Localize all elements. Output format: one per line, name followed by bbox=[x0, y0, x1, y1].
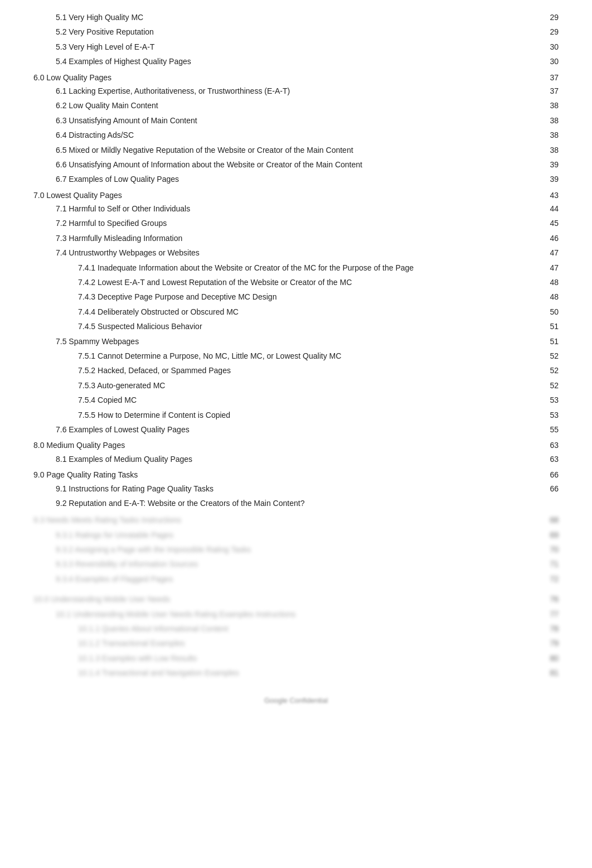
toc-entry-6-3: 6.3 Unsatisfying Amount of Main Content … bbox=[33, 114, 559, 127]
toc-entry-6-5: 6.5 Mixed or Mildly Negative Reputation … bbox=[33, 144, 559, 156]
toc-entry-7-4: 7.4 Untrustworthy Webpages or Websites 4… bbox=[33, 247, 559, 259]
blurred-entry-10-1: 10.1 Understanding Mobile User Needs Rat… bbox=[33, 608, 559, 620]
toc-entry-7-1: 7.1 Harmful to Self or Other Individuals… bbox=[33, 202, 559, 215]
blurred-entry-10-1-4: 10.1.4 Transactional and Navigation Exam… bbox=[33, 667, 559, 679]
toc-entry-7-2: 7.2 Harmful to Specified Groups 45 bbox=[33, 217, 559, 229]
toc-entry-6-4: 6.4 Distracting Ads/SC 38 bbox=[33, 129, 559, 141]
toc-entry-7-4-4: 7.4.4 Deliberately Obstructed or Obscure… bbox=[33, 306, 559, 318]
toc-entry-6-6: 6.6 Unsatisfying Amount of Information a… bbox=[33, 158, 559, 171]
toc-entry-7-5-4: 7.5.4 Copied MC 53 bbox=[33, 394, 559, 406]
toc-entry-7-4-5: 7.4.5 Suspected Malicious Behavior 51 bbox=[33, 320, 559, 332]
toc-entry-5-4: 5.4 Examples of Highest Quality Pages 30 bbox=[33, 55, 559, 67]
toc-container: 5.1 Very High Quality MC 29 5.2 Very Pos… bbox=[33, 11, 559, 705]
toc-entry-8-0: 8.0 Medium Quality Pages 63 bbox=[33, 439, 559, 451]
blurred-entry-10-1-2: 10.1.2 Transactional Examples 79 bbox=[33, 637, 559, 649]
toc-entry-5-3: 5.3 Very High Level of E-A-T 30 bbox=[33, 41, 559, 53]
toc-blurred-group-1: 9.3 Needs Meets Rating Tasks Instruction… bbox=[33, 514, 559, 585]
blurred-entry-9-3-3: 9.3.3 Reversibility of Information Sourc… bbox=[33, 558, 559, 570]
blurred-entry-10-1-1: 10.1.1 Queries About Informational Conte… bbox=[33, 623, 559, 635]
toc-entry-9-1: 9.1 Instructions for Rating Page Quality… bbox=[33, 483, 559, 495]
blurred-entry-9-3-1: 9.3.1 Ratings for Unratable Pages 69 bbox=[33, 529, 559, 541]
toc-entry-6-1: 6.1 Lacking Expertise, Authoritativeness… bbox=[33, 85, 559, 97]
footer-text: Google Confidential bbox=[264, 696, 328, 705]
toc-entry-7-5-3: 7.5.3 Auto-generated MC 52 bbox=[33, 379, 559, 392]
toc-entry-7-4-2: 7.4.2 Lowest E-A-T and Lowest Reputation… bbox=[33, 276, 559, 288]
toc-entry-7-3: 7.3 Harmfully Misleading Information 46 bbox=[33, 232, 559, 244]
toc-entry-6-0: 6.0 Low Quality Pages 37 bbox=[33, 71, 559, 84]
toc-entry-7-5-5: 7.5.5 How to Determine if Content is Cop… bbox=[33, 409, 559, 421]
toc-entry-9-0: 9.0 Page Quality Rating Tasks 66 bbox=[33, 469, 559, 481]
toc-entry-7-6: 7.6 Examples of Lowest Quality Pages 55 bbox=[33, 423, 559, 436]
toc-entry-7-5-1: 7.5.1 Cannot Determine a Purpose, No MC,… bbox=[33, 350, 559, 362]
toc-entry-5-1: 5.1 Very High Quality MC 29 bbox=[33, 11, 559, 23]
toc-entry-7-5: 7.5 Spammy Webpages 51 bbox=[33, 335, 559, 348]
toc-entry-7-4-1: 7.4.1 Inadequate Information about the W… bbox=[33, 262, 559, 274]
toc-entry-7-4-3: 7.4.3 Deceptive Page Purpose and Decepti… bbox=[33, 291, 559, 303]
toc-entry-5-2: 5.2 Very Positive Reputation 29 bbox=[33, 26, 559, 38]
toc-entry-6-2: 6.2 Low Quality Main Content 38 bbox=[33, 99, 559, 112]
toc-entry-7-0: 7.0 Lowest Quality Pages 43 bbox=[33, 189, 559, 201]
blurred-entry-10-0: 10.0 Understanding Mobile User Needs 76 bbox=[33, 593, 559, 605]
toc-entry-9-2: 9.2 Reputation and E-A-T: Website or the… bbox=[33, 497, 559, 509]
page-footer: Google Confidential bbox=[33, 696, 559, 705]
blurred-entry-9-3-2: 9.3.2 Assigning a Page with the Impossib… bbox=[33, 543, 559, 556]
blurred-entry-9-3-4: 9.3.4 Examples of Flagged Pages 72 bbox=[33, 573, 559, 585]
toc-blurred-group-2: 10.0 Understanding Mobile User Needs 76 … bbox=[33, 593, 559, 679]
toc-entry-8-1: 8.1 Examples of Medium Quality Pages 63 bbox=[33, 453, 559, 465]
toc-entry-6-7: 6.7 Examples of Low Quality Pages 39 bbox=[33, 173, 559, 185]
blurred-entry-9-3: 9.3 Needs Meets Rating Tasks Instruction… bbox=[33, 514, 559, 526]
blurred-entry-10-1-3: 10.1.3 Examples with Low Results 80 bbox=[33, 652, 559, 664]
toc-entry-7-5-2: 7.5.2 Hacked, Defaced, or Spammed Pages … bbox=[33, 364, 559, 377]
